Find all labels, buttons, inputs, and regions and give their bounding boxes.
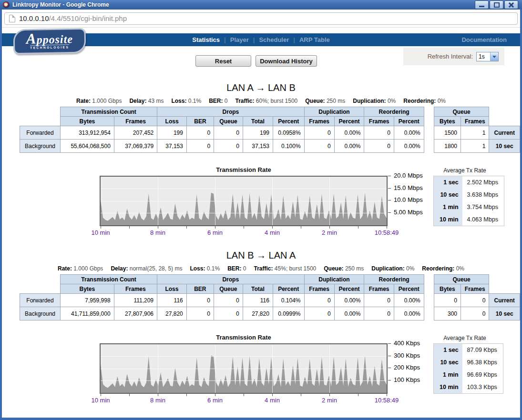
column-header: Percent bbox=[334, 284, 364, 294]
nav-separator: | bbox=[253, 36, 255, 43]
chart-title: Transmission Rate bbox=[100, 334, 388, 341]
nav-separator: | bbox=[224, 36, 226, 43]
x-tick-label: 10 min bbox=[91, 229, 110, 236]
avg-rate-value: 3.638 Mbps bbox=[462, 189, 504, 201]
column-header: BER bbox=[186, 284, 214, 294]
avg-interval-label: 10 min bbox=[434, 381, 462, 394]
x-tick-label: 2 min bbox=[322, 229, 337, 236]
nav-item-arp-table[interactable]: ARP Table bbox=[299, 36, 330, 43]
refresh-interval-select[interactable]: 1s bbox=[476, 52, 499, 61]
maximize-button[interactable] bbox=[490, 0, 503, 9]
row-label: Forwarded bbox=[20, 294, 61, 307]
x-tick-mark bbox=[129, 394, 130, 396]
y-tick-label: 300 Kbps bbox=[388, 352, 420, 360]
link-parameter: Traffic: 60%; burst 1500 bbox=[235, 98, 298, 104]
table-cell: 111,209 bbox=[114, 294, 157, 307]
table-group-row: Transmission CountDropsDuplicationReorde… bbox=[20, 107, 424, 117]
table-cell: 27,807,906 bbox=[114, 307, 157, 320]
url-host: 10.0.0.10 bbox=[19, 14, 49, 22]
column-group-header: Queue bbox=[434, 107, 489, 117]
column-group-header: Reordering bbox=[364, 107, 424, 117]
x-tick-mark bbox=[301, 226, 301, 229]
avg-row: 10 sec3.638 Mbps bbox=[434, 189, 504, 201]
table-cell: 0.00% bbox=[394, 140, 424, 153]
table-cell: 300 bbox=[434, 307, 461, 320]
reset-button[interactable]: Reset bbox=[195, 55, 251, 67]
select-arrow-button[interactable] bbox=[490, 52, 498, 61]
column-header: Frames bbox=[304, 284, 334, 294]
avg-rate-value: 87.09 Kbps bbox=[462, 344, 503, 357]
avg-rate-value: 96.38 Kbps bbox=[462, 356, 503, 369]
chart-x-ticks bbox=[101, 394, 387, 396]
column-header: Total bbox=[243, 284, 273, 294]
table-cell: 0 bbox=[214, 294, 243, 307]
column-header: Percent bbox=[273, 284, 304, 294]
queue-table: QueueBytesFrames15001Current1800110 sec bbox=[434, 107, 520, 153]
download-history-button[interactable]: Download History bbox=[256, 55, 317, 67]
chart-plot-area bbox=[100, 343, 388, 394]
nav-item-statistics[interactable]: Statistics bbox=[192, 36, 220, 43]
row-label: Current bbox=[489, 126, 520, 140]
table-cell: 1800 bbox=[434, 140, 461, 153]
column-header: Frames bbox=[304, 117, 334, 126]
row-label: 10 sec bbox=[489, 307, 520, 320]
x-tick-label: 10:58:49 bbox=[375, 397, 399, 404]
table-cell: 0 bbox=[214, 307, 243, 320]
avg-interval-label: 10 sec bbox=[434, 356, 462, 369]
x-tick-mark bbox=[358, 394, 358, 396]
table-cell: 0.0999% bbox=[273, 307, 304, 320]
column-group-header: Drops bbox=[157, 275, 304, 284]
avg-tx-rate-caption: Average Tx Rate bbox=[433, 167, 496, 174]
table-row: 300010 sec bbox=[434, 307, 520, 320]
avg-row: 10 min103.3 Kbps bbox=[434, 381, 503, 394]
table-cell: 0 bbox=[364, 294, 394, 307]
link-parameter: Delay: normal(25, 28, 5) ms bbox=[111, 265, 182, 272]
column-group-header: Duplication bbox=[304, 275, 364, 284]
table-cell: 0.104% bbox=[273, 294, 304, 307]
x-tick-mark bbox=[215, 226, 215, 229]
column-header: Bytes bbox=[434, 117, 461, 126]
chart-y-axis-labels: 400 Kbps300 Kbps200 Kbps100 Kbps bbox=[388, 343, 433, 392]
transmission-rate-chart: Transmission Rate 10 min8 min6 min4 min2… bbox=[2, 334, 520, 405]
column-header: Loss bbox=[157, 117, 187, 126]
link-parameter: Duplication: 0% bbox=[371, 265, 414, 272]
close-button[interactable] bbox=[504, 0, 518, 9]
window-frame: 10.0.0.10/4.4/5510/cgi-bin/init.php Appo… bbox=[0, 10, 522, 420]
table-cell: 55,604,068,500 bbox=[61, 140, 114, 153]
nav-item-player[interactable]: Player bbox=[230, 36, 249, 43]
link-parameter: Rate: 1.000 Gbps bbox=[58, 265, 103, 272]
table-cell: 41,711,859,000 bbox=[61, 307, 114, 320]
column-header: Percent bbox=[394, 117, 424, 126]
x-tick-mark bbox=[186, 226, 187, 229]
x-tick-mark bbox=[272, 226, 273, 229]
window-title: Linktropy Monitor - Google Chrome bbox=[12, 1, 109, 8]
statistics-tables: Transmission CountDropsDuplicationReorde… bbox=[20, 107, 520, 153]
table-row: Forwarded7,959,998111,209116001160.104%0… bbox=[20, 294, 424, 307]
apposite-logo: Apposite TECHNOLOGIES bbox=[13, 28, 86, 55]
nav-item-scheduler[interactable]: Scheduler bbox=[259, 36, 289, 43]
x-tick-mark bbox=[158, 394, 158, 396]
nav-item-documentation[interactable]: Documentation bbox=[461, 33, 507, 46]
minimize-button[interactable] bbox=[475, 0, 489, 9]
transmission-stats-table: Transmission CountDropsDuplicationReorde… bbox=[20, 274, 424, 320]
chart-y-axis-labels: 20.0 Mbps15.0 Mbps10.0 Mbps5.00 Mbps bbox=[388, 176, 433, 224]
table-corner bbox=[489, 275, 520, 294]
link-parameter: Loss: 0.1% bbox=[190, 265, 220, 272]
address-bar[interactable]: 10.0.0.10/4.4/5510/cgi-bin/init.php bbox=[4, 12, 518, 25]
chart-plot-area bbox=[100, 176, 388, 226]
column-header: Bytes bbox=[61, 117, 114, 126]
avg-row: 1 min3.754 Mbps bbox=[434, 201, 504, 213]
table-cell: 1 bbox=[461, 140, 489, 153]
queue-table: QueueBytesFrames00Current300010 sec bbox=[434, 274, 520, 320]
section-title: LAN B → LAN A bbox=[2, 250, 520, 261]
row-label: 10 sec bbox=[489, 140, 520, 153]
avg-row: 1 sec87.09 Kbps bbox=[434, 344, 503, 357]
x-tick-mark bbox=[329, 394, 330, 396]
row-label: Background bbox=[20, 140, 61, 153]
y-tick-label: 20.0 Mbps bbox=[388, 172, 423, 180]
close-icon bbox=[508, 2, 514, 8]
avg-row: 1 min96.69 Kbps bbox=[434, 369, 503, 381]
x-tick-label: 8 min bbox=[150, 397, 165, 404]
refresh-interval-label: Refresh Interval: bbox=[428, 53, 473, 60]
x-tick-label: 10:58:49 bbox=[375, 229, 399, 236]
